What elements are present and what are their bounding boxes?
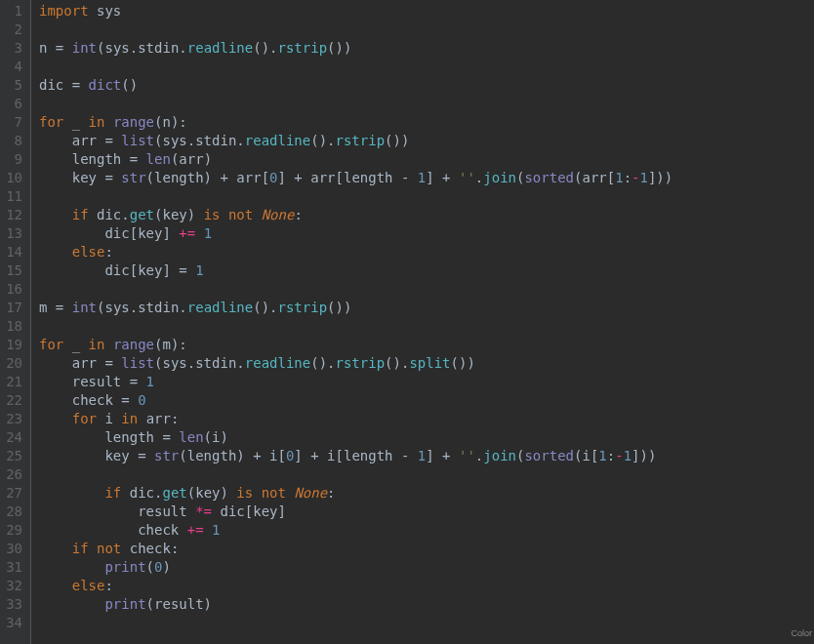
line-number: 3 xyxy=(4,39,22,58)
code-line[interactable]: if dic.get(key) is not None: xyxy=(39,206,814,224)
code-line[interactable]: else: xyxy=(39,243,814,262)
line-number: 16 xyxy=(4,280,22,299)
line-number: 6 xyxy=(4,95,22,113)
line-number: 13 xyxy=(4,224,22,243)
line-number: 22 xyxy=(4,391,22,410)
line-number: 26 xyxy=(4,465,22,484)
line-number: 24 xyxy=(4,428,22,447)
code-line[interactable] xyxy=(39,20,814,39)
code-line[interactable]: print(result) xyxy=(39,595,814,614)
line-number: 28 xyxy=(4,503,22,521)
code-line[interactable]: for i in arr: xyxy=(39,410,814,428)
code-line[interactable]: dic[key] += 1 xyxy=(39,224,814,243)
code-line[interactable]: dic[key] = 1 xyxy=(39,262,814,280)
code-line[interactable]: m = int(sys.stdin.readline().rstrip()) xyxy=(39,299,814,317)
line-number: 9 xyxy=(4,150,22,169)
line-number: 14 xyxy=(4,243,22,262)
code-line[interactable]: dic = dict() xyxy=(39,76,814,95)
code-line[interactable]: check = 0 xyxy=(39,391,814,410)
code-line[interactable] xyxy=(39,58,814,76)
code-line[interactable]: if dic.get(key) is not None: xyxy=(39,484,814,503)
line-number: 5 xyxy=(4,76,22,95)
code-line[interactable]: check += 1 xyxy=(39,521,814,540)
line-number: 1 xyxy=(4,2,22,20)
code-line[interactable]: length = len(arr) xyxy=(39,150,814,169)
code-line[interactable]: print(0) xyxy=(39,558,814,577)
code-line[interactable]: if not check: xyxy=(39,540,814,558)
line-number-gutter: 1234567891011121314151617181920212223242… xyxy=(0,0,31,644)
line-number: 27 xyxy=(4,484,22,503)
code-line[interactable] xyxy=(39,280,814,299)
code-line[interactable]: for _ in range(m): xyxy=(39,336,814,354)
code-line[interactable]: key = str(length) + arr[0] + arr[length … xyxy=(39,169,814,187)
code-line[interactable]: arr = list(sys.stdin.readline().rstrip()… xyxy=(39,354,814,373)
line-number: 23 xyxy=(4,410,22,428)
line-number: 29 xyxy=(4,521,22,540)
line-number: 15 xyxy=(4,262,22,280)
code-line[interactable]: key = str(length) + i[0] + i[length - 1]… xyxy=(39,447,814,465)
line-number: 34 xyxy=(4,614,22,632)
code-line[interactable] xyxy=(39,465,814,484)
code-line[interactable] xyxy=(39,317,814,336)
line-number: 11 xyxy=(4,187,22,206)
line-number: 31 xyxy=(4,558,22,577)
code-editor: 1234567891011121314151617181920212223242… xyxy=(0,0,814,644)
line-number: 33 xyxy=(4,595,22,614)
code-line[interactable] xyxy=(39,187,814,206)
line-number: 18 xyxy=(4,317,22,336)
code-line[interactable]: result = 1 xyxy=(39,373,814,391)
line-number: 12 xyxy=(4,206,22,224)
line-number: 7 xyxy=(4,113,22,132)
line-number: 21 xyxy=(4,373,22,391)
line-number: 25 xyxy=(4,447,22,465)
line-number: 4 xyxy=(4,58,22,76)
code-line[interactable]: n = int(sys.stdin.readline().rstrip()) xyxy=(39,39,814,58)
code-line[interactable]: import sys xyxy=(39,2,814,20)
line-number: 10 xyxy=(4,169,22,187)
code-content[interactable]: import sysn = int(sys.stdin.readline().r… xyxy=(31,0,814,644)
code-line[interactable] xyxy=(39,95,814,113)
line-number: 2 xyxy=(4,20,22,39)
code-line[interactable]: for _ in range(n): xyxy=(39,113,814,132)
code-line[interactable] xyxy=(39,614,814,632)
footer-label: Color xyxy=(791,624,812,643)
line-number: 32 xyxy=(4,577,22,595)
code-line[interactable]: arr = list(sys.stdin.readline().rstrip()… xyxy=(39,132,814,150)
line-number: 30 xyxy=(4,540,22,558)
line-number: 8 xyxy=(4,132,22,150)
code-line[interactable]: else: xyxy=(39,577,814,595)
code-line[interactable]: length = len(i) xyxy=(39,428,814,447)
line-number: 17 xyxy=(4,299,22,317)
code-line[interactable]: result *= dic[key] xyxy=(39,503,814,521)
line-number: 20 xyxy=(4,354,22,373)
line-number: 19 xyxy=(4,336,22,354)
